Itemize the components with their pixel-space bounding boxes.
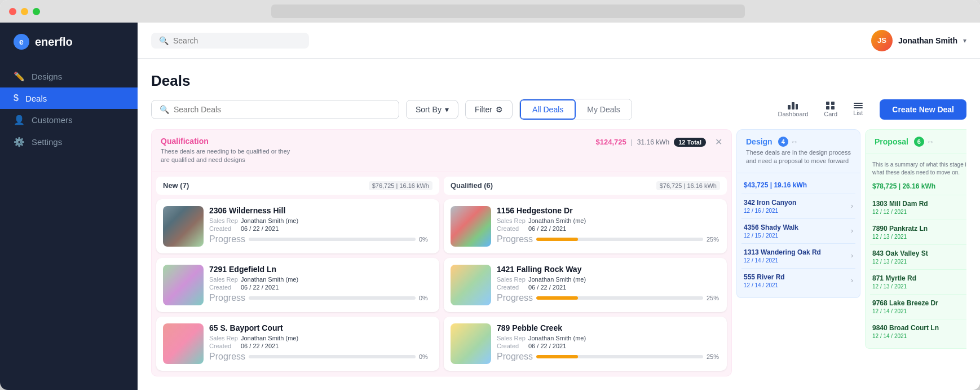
proposal-deal-info: 843 Oak Valley St 12 / 13 / 2021 [872,249,928,265]
proposal-deal-row[interactable]: 9840 Broad Court Ln 12 / 14 / 2021 › [870,319,966,344]
maximize-window-btn[interactable] [33,8,40,15]
deal-sales-rep-row: Sales Rep Jonathan Smith (me) [209,217,432,224]
sort-button[interactable]: Sort By ▾ [406,100,458,119]
view-list-btn[interactable]: List [847,100,868,119]
filter-button[interactable]: Filter ⚙ [465,100,513,119]
deal-card[interactable]: 65 S. Bayport Court Sales Rep Jonathan S… [156,317,439,371]
design-expand-icon[interactable]: ↔ [791,137,798,146]
chevron-right-icon: › [851,277,853,284]
sales-rep-val: Jonathan Smith (me) [528,276,586,283]
progress-pct: 25% [707,353,720,360]
sidebar-item-designs[interactable]: ✏️ Designs [0,65,138,87]
app-body: e enerflo ✏️ Designs $ Deals 👤 Customers… [0,23,980,390]
stage-design: Design 4 ↔ These deals are in the design… [736,129,860,376]
dashboard-icon [788,102,798,109]
design-deal-row[interactable]: 1313 Wandering Oak Rd 12 / 14 / 2021 › [741,243,855,268]
view-card-label: Card [824,111,837,117]
proposal-deal-info: 9840 Broad Court Ln 12 / 14 / 2021 [872,324,939,339]
design-body: $43,725 | 19.16 kWh 342 Iron Canyon 12 /… [736,173,860,298]
sidebar-item-label: Settings [32,137,62,147]
deal-created-row: Created 06 / 22 / 2021 [497,284,720,291]
proposal-deal-row[interactable]: 9768 Lake Breeze Dr 12 / 14 / 2021 › [870,294,966,319]
progress-label: Progress [497,352,533,362]
deal-card[interactable]: 1156 Hedgestone Dr Sales Rep Jonathan Sm… [444,199,727,253]
design-desc: These deals are in the design process an… [746,148,851,166]
deal-search-icon: 🔍 [160,105,169,114]
sidebar: e enerflo ✏️ Designs $ Deals 👤 Customers… [0,23,138,390]
design-title: Design [746,137,772,146]
deal-search[interactable]: 🔍 [151,100,399,119]
proposal-deal-row[interactable]: 7890 Pankratz Ln 12 / 13 / 2021 › [870,220,966,244]
deal-address: 1156 Hedgestone Dr [497,206,720,215]
design-deal-row[interactable]: 555 River Rd 12 / 14 / 2021 › [741,268,855,293]
deal-info: 7291 Edgefield Ln Sales Rep Jonathan Smi… [209,265,432,305]
deal-sales-rep-row: Sales Rep Jonathan Smith (me) [209,335,432,341]
address-bar[interactable] [271,5,745,18]
sidebar-item-customers[interactable]: 👤 Customers [0,109,138,131]
sidebar-item-settings[interactable]: ⚙️ Settings [0,131,138,153]
proposal-deal-date: 12 / 14 / 2021 [872,333,939,339]
proposal-deal-address: 9768 Lake Breeze Dr [872,299,938,307]
design-deal-row[interactable]: 342 Iron Canyon 12 / 16 / 2021 › [741,194,855,218]
progress-pct: 25% [707,236,720,243]
created-label: Created [497,225,526,232]
qualification-body: New (7) $76,725 | 16.16 kWh 2306 Wildern… [151,172,732,376]
qualification-meta: $124,725 | 31.16 kWh 12 Total [596,138,707,147]
tab-all-deals[interactable]: All Deals [520,99,576,120]
proposal-count: 6 [914,137,924,147]
view-dashboard-btn[interactable]: Dashboard [772,100,814,120]
qualification-header: Qualification These deals are needing to… [151,129,732,172]
deal-card[interactable]: 1421 Falling Rock Way Sales Rep Jonathan… [444,258,727,312]
toolbar: 🔍 Sort By ▾ Filter ⚙ All Deals My Deals [151,99,966,120]
proposal-deal-row[interactable]: 871 Myrtle Rd 12 / 13 / 2021 › [870,269,966,294]
deal-info: 1156 Hedgestone Dr Sales Rep Jonathan Sm… [497,206,720,247]
user-menu[interactable]: JS Jonathan Smith ▾ [871,30,966,51]
proposal-deal-info: 7890 Pankratz Ln 12 / 13 / 2021 [872,225,928,240]
created-label: Created [209,225,239,232]
sales-rep-val: Jonathan Smith (me) [241,276,298,283]
deal-card[interactable]: 7291 Edgefield Ln Sales Rep Jonathan Smi… [156,258,439,312]
deal-address: 789 Pebble Creek [497,323,720,332]
deal-sales-rep-row: Sales Rep Jonathan Smith (me) [497,276,720,283]
proposal-expand-icon[interactable]: ↔ [926,137,934,146]
global-search-input[interactable] [173,36,286,45]
sales-rep-val: Jonathan Smith (me) [528,217,586,224]
progress-fill [536,238,578,241]
deal-card[interactable]: 789 Pebble Creek Sales Rep Jonathan Smit… [444,317,727,371]
deal-created-row: Created 06 / 22 / 2021 [209,284,432,291]
deal-card[interactable]: 2306 Wilderness Hill Sales Rep Jonathan … [156,199,439,253]
proposal-deal-row[interactable]: 1303 Mill Dam Rd 12 / 12 / 2021 › [870,195,966,220]
design-header: Design 4 ↔ These deals are in the design… [736,129,860,173]
design-deal-address: 1313 Wandering Oak Rd [744,248,821,256]
sidebar-item-label: Customers [32,115,73,125]
filter-label: Filter [475,105,492,114]
proposal-deal-date: 12 / 13 / 2021 [872,258,928,265]
card-icon [826,102,835,109]
qualified-meta: $76,725 | 16.16 kWh [656,181,720,190]
proposal-header-left: Proposal 6 ↔ [875,137,934,147]
close-window-btn[interactable] [9,8,16,15]
deal-search-input[interactable] [174,105,388,114]
proposal-deal-row[interactable]: 843 Oak Valley St 12 / 13 / 2021 › [870,244,966,269]
design-deal-address: 4356 Shady Walk [744,224,798,231]
qualification-header-right: $124,725 | 31.16 kWh 12 Total ✕ [596,137,723,147]
view-card-btn[interactable]: Card [818,99,843,120]
deal-created-row: Created 06 / 22 / 2021 [209,225,432,232]
deal-image [451,323,491,364]
create-deal-button[interactable]: Create New Deal [880,99,966,120]
design-deal-row[interactable]: 4356 Shady Walk 12 / 15 / 2021 › [741,218,855,243]
design-deal-address: 555 River Rd [744,273,785,281]
proposal-desc: This is a summary of what this stage is … [870,159,966,180]
sales-rep-val: Jonathan Smith (me) [241,335,298,341]
sidebar-item-deals[interactable]: $ Deals [0,87,138,109]
proposal-deal-date: 12 / 13 / 2021 [872,234,928,240]
separator: | [631,138,633,146]
global-search[interactable]: 🔍 [151,33,309,49]
progress-label: Progress [209,234,245,244]
qualification-close-icon[interactable]: ✕ [715,137,722,147]
minimize-window-btn[interactable] [21,8,28,15]
design-deal-date: 12 / 15 / 2021 [744,233,798,239]
tab-my-deals[interactable]: My Deals [576,99,631,120]
design-header-left: Design 4 ↔ These deals are in the design… [746,137,851,166]
created-label: Created [209,343,239,349]
